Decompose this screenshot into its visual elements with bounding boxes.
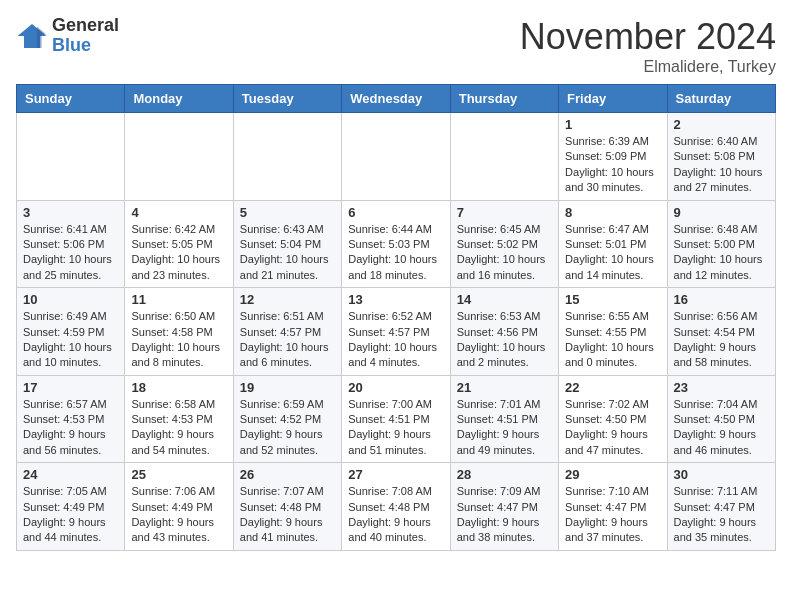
calendar-week-2: 3Sunrise: 6:41 AMSunset: 5:06 PMDaylight…	[17, 200, 776, 288]
calendar-cell: 18Sunrise: 6:58 AMSunset: 4:53 PMDayligh…	[125, 375, 233, 463]
calendar-week-3: 10Sunrise: 6:49 AMSunset: 4:59 PMDayligh…	[17, 288, 776, 376]
calendar-cell: 30Sunrise: 7:11 AMSunset: 4:47 PMDayligh…	[667, 463, 775, 551]
calendar-week-1: 1Sunrise: 6:39 AMSunset: 5:09 PMDaylight…	[17, 113, 776, 201]
day-number: 19	[240, 380, 335, 395]
weekday-header-sunday: Sunday	[17, 85, 125, 113]
day-info: Sunrise: 7:11 AMSunset: 4:47 PMDaylight:…	[674, 484, 769, 546]
calendar-week-5: 24Sunrise: 7:05 AMSunset: 4:49 PMDayligh…	[17, 463, 776, 551]
day-info: Sunrise: 6:39 AMSunset: 5:09 PMDaylight:…	[565, 134, 660, 196]
calendar-cell	[125, 113, 233, 201]
month-title: November 2024	[520, 16, 776, 58]
day-info: Sunrise: 6:47 AMSunset: 5:01 PMDaylight:…	[565, 222, 660, 284]
day-info: Sunrise: 7:02 AMSunset: 4:50 PMDaylight:…	[565, 397, 660, 459]
calendar-cell: 21Sunrise: 7:01 AMSunset: 4:51 PMDayligh…	[450, 375, 558, 463]
calendar-cell	[450, 113, 558, 201]
day-number: 4	[131, 205, 226, 220]
day-info: Sunrise: 6:45 AMSunset: 5:02 PMDaylight:…	[457, 222, 552, 284]
calendar-cell: 20Sunrise: 7:00 AMSunset: 4:51 PMDayligh…	[342, 375, 450, 463]
day-info: Sunrise: 6:43 AMSunset: 5:04 PMDaylight:…	[240, 222, 335, 284]
calendar-cell: 2Sunrise: 6:40 AMSunset: 5:08 PMDaylight…	[667, 113, 775, 201]
day-number: 14	[457, 292, 552, 307]
calendar-cell: 14Sunrise: 6:53 AMSunset: 4:56 PMDayligh…	[450, 288, 558, 376]
logo-general-text: General	[52, 16, 119, 36]
day-info: Sunrise: 7:00 AMSunset: 4:51 PMDaylight:…	[348, 397, 443, 459]
day-number: 9	[674, 205, 769, 220]
day-number: 3	[23, 205, 118, 220]
day-info: Sunrise: 7:09 AMSunset: 4:47 PMDaylight:…	[457, 484, 552, 546]
day-number: 29	[565, 467, 660, 482]
page-header: General Blue November 2024 Elmalidere, T…	[16, 16, 776, 76]
day-info: Sunrise: 7:10 AMSunset: 4:47 PMDaylight:…	[565, 484, 660, 546]
weekday-header-tuesday: Tuesday	[233, 85, 341, 113]
svg-marker-0	[18, 24, 47, 48]
weekday-header-monday: Monday	[125, 85, 233, 113]
calendar-cell: 3Sunrise: 6:41 AMSunset: 5:06 PMDaylight…	[17, 200, 125, 288]
calendar-cell: 9Sunrise: 6:48 AMSunset: 5:00 PMDaylight…	[667, 200, 775, 288]
day-info: Sunrise: 7:06 AMSunset: 4:49 PMDaylight:…	[131, 484, 226, 546]
day-info: Sunrise: 7:08 AMSunset: 4:48 PMDaylight:…	[348, 484, 443, 546]
day-number: 22	[565, 380, 660, 395]
weekday-header-friday: Friday	[559, 85, 667, 113]
day-info: Sunrise: 7:05 AMSunset: 4:49 PMDaylight:…	[23, 484, 118, 546]
day-info: Sunrise: 6:40 AMSunset: 5:08 PMDaylight:…	[674, 134, 769, 196]
calendar-cell: 22Sunrise: 7:02 AMSunset: 4:50 PMDayligh…	[559, 375, 667, 463]
logo-blue-text: Blue	[52, 36, 119, 56]
day-number: 28	[457, 467, 552, 482]
calendar-cell: 6Sunrise: 6:44 AMSunset: 5:03 PMDaylight…	[342, 200, 450, 288]
day-info: Sunrise: 6:50 AMSunset: 4:58 PMDaylight:…	[131, 309, 226, 371]
weekday-header-saturday: Saturday	[667, 85, 775, 113]
calendar-cell: 16Sunrise: 6:56 AMSunset: 4:54 PMDayligh…	[667, 288, 775, 376]
calendar-cell	[342, 113, 450, 201]
calendar-table: SundayMondayTuesdayWednesdayThursdayFrid…	[16, 84, 776, 551]
day-number: 12	[240, 292, 335, 307]
day-info: Sunrise: 6:44 AMSunset: 5:03 PMDaylight:…	[348, 222, 443, 284]
logo: General Blue	[16, 16, 119, 56]
calendar-cell: 29Sunrise: 7:10 AMSunset: 4:47 PMDayligh…	[559, 463, 667, 551]
day-info: Sunrise: 6:51 AMSunset: 4:57 PMDaylight:…	[240, 309, 335, 371]
day-info: Sunrise: 7:01 AMSunset: 4:51 PMDaylight:…	[457, 397, 552, 459]
calendar-cell: 25Sunrise: 7:06 AMSunset: 4:49 PMDayligh…	[125, 463, 233, 551]
calendar-cell: 8Sunrise: 6:47 AMSunset: 5:01 PMDaylight…	[559, 200, 667, 288]
calendar-cell: 26Sunrise: 7:07 AMSunset: 4:48 PMDayligh…	[233, 463, 341, 551]
day-number: 11	[131, 292, 226, 307]
day-number: 27	[348, 467, 443, 482]
day-info: Sunrise: 7:07 AMSunset: 4:48 PMDaylight:…	[240, 484, 335, 546]
day-number: 18	[131, 380, 226, 395]
calendar-cell: 1Sunrise: 6:39 AMSunset: 5:09 PMDaylight…	[559, 113, 667, 201]
weekday-header-thursday: Thursday	[450, 85, 558, 113]
svg-marker-1	[37, 26, 47, 48]
calendar-cell: 27Sunrise: 7:08 AMSunset: 4:48 PMDayligh…	[342, 463, 450, 551]
day-number: 25	[131, 467, 226, 482]
day-info: Sunrise: 6:49 AMSunset: 4:59 PMDaylight:…	[23, 309, 118, 371]
day-number: 5	[240, 205, 335, 220]
day-info: Sunrise: 6:57 AMSunset: 4:53 PMDaylight:…	[23, 397, 118, 459]
day-info: Sunrise: 6:58 AMSunset: 4:53 PMDaylight:…	[131, 397, 226, 459]
calendar-cell: 7Sunrise: 6:45 AMSunset: 5:02 PMDaylight…	[450, 200, 558, 288]
calendar-cell	[17, 113, 125, 201]
day-info: Sunrise: 6:42 AMSunset: 5:05 PMDaylight:…	[131, 222, 226, 284]
day-number: 30	[674, 467, 769, 482]
logo-text: General Blue	[52, 16, 119, 56]
weekday-header-row: SundayMondayTuesdayWednesdayThursdayFrid…	[17, 85, 776, 113]
calendar-cell: 15Sunrise: 6:55 AMSunset: 4:55 PMDayligh…	[559, 288, 667, 376]
calendar-week-4: 17Sunrise: 6:57 AMSunset: 4:53 PMDayligh…	[17, 375, 776, 463]
logo-icon	[16, 20, 48, 52]
day-info: Sunrise: 6:41 AMSunset: 5:06 PMDaylight:…	[23, 222, 118, 284]
day-number: 10	[23, 292, 118, 307]
day-info: Sunrise: 6:59 AMSunset: 4:52 PMDaylight:…	[240, 397, 335, 459]
calendar-cell	[233, 113, 341, 201]
calendar-cell: 19Sunrise: 6:59 AMSunset: 4:52 PMDayligh…	[233, 375, 341, 463]
day-info: Sunrise: 6:55 AMSunset: 4:55 PMDaylight:…	[565, 309, 660, 371]
day-number: 8	[565, 205, 660, 220]
day-number: 26	[240, 467, 335, 482]
day-number: 13	[348, 292, 443, 307]
day-number: 24	[23, 467, 118, 482]
day-number: 20	[348, 380, 443, 395]
calendar-cell: 12Sunrise: 6:51 AMSunset: 4:57 PMDayligh…	[233, 288, 341, 376]
calendar-cell: 10Sunrise: 6:49 AMSunset: 4:59 PMDayligh…	[17, 288, 125, 376]
day-number: 16	[674, 292, 769, 307]
day-number: 6	[348, 205, 443, 220]
calendar-cell: 4Sunrise: 6:42 AMSunset: 5:05 PMDaylight…	[125, 200, 233, 288]
day-number: 15	[565, 292, 660, 307]
calendar-cell: 24Sunrise: 7:05 AMSunset: 4:49 PMDayligh…	[17, 463, 125, 551]
